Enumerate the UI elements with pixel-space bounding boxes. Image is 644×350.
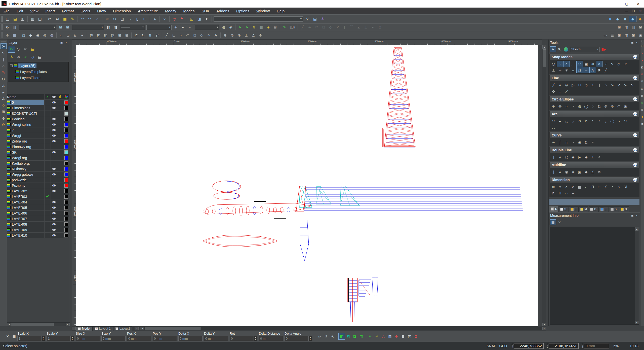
field-input[interactable]: 0 mm: [204, 336, 228, 341]
tool-icon[interactable]: ∠: [589, 82, 596, 88]
scroll-up-icon[interactable]: ▴: [635, 227, 638, 231]
section-header[interactable]: Multiline▲▲: [549, 162, 639, 168]
spin-up-icon[interactable]: ▲: [42, 336, 45, 338]
layer-pick-icon[interactable]: ◧: [105, 24, 112, 30]
print-icon[interactable]: ▥: [29, 16, 36, 22]
snap-angle-icon[interactable]: ∠: [250, 32, 257, 38]
fill-mode4-icon[interactable]: ◫: [358, 333, 365, 340]
layer-check-cell[interactable]: [45, 205, 51, 210]
field-input[interactable]: 0: [285, 336, 309, 341]
tool-icon[interactable]: ≈: [589, 139, 596, 145]
layer-color-cell[interactable]: [63, 150, 70, 155]
layer-combo[interactable]: ▼: [72, 25, 104, 30]
drawing-area[interactable]: [76, 45, 538, 326]
tool-icon[interactable]: ✕: [596, 61, 602, 67]
pick-point-icon[interactable]: ↖: [329, 333, 336, 340]
table-icon[interactable]: ▦: [258, 24, 265, 30]
rect-tool-icon[interactable]: □: [191, 32, 198, 38]
image-edit-icon[interactable]: ◨: [195, 16, 203, 22]
tool-icon[interactable]: ∠: [563, 184, 570, 190]
shaded-icon[interactable]: ◆: [27, 32, 34, 38]
tool-icon[interactable]: ⊨: [570, 190, 576, 196]
layer-color-cell[interactable]: [63, 166, 70, 171]
fill-mode-icon[interactable]: ◧: [338, 333, 345, 340]
toolbar-drag-handle[interactable]: [2, 333, 4, 339]
array-icon[interactable]: ⊞: [1, 109, 7, 115]
layer-visibility-cell[interactable]: [51, 188, 57, 194]
column-visibility-header[interactable]: [51, 94, 57, 99]
tool-icon[interactable]: ʃ: [557, 139, 563, 145]
tool-icon[interactable]: ◠: [622, 118, 629, 124]
tool-icon[interactable]: Λ: [589, 67, 596, 73]
layer-stack-icon[interactable]: ▤: [29, 46, 36, 53]
tool-icon[interactable]: ◑: [616, 118, 622, 124]
x-coordinate-field[interactable]: 2248,733862: [514, 343, 544, 349]
parallel-tool-icon[interactable]: ∥: [1, 56, 7, 62]
layer-check-cell[interactable]: [45, 211, 51, 216]
layer-report-icon[interactable]: ▤: [36, 54, 43, 60]
attach-icon[interactable]: ⊕: [251, 24, 258, 30]
field-input[interactable]: 0 mm: [101, 336, 126, 341]
layer-lock-cell[interactable]: [57, 138, 63, 144]
column-check-header[interactable]: ✔: [45, 94, 51, 99]
layer-visibility-cell[interactable]: [51, 183, 57, 188]
spin-down-icon[interactable]: ▼: [42, 338, 45, 341]
tool-icon[interactable]: ◬: [570, 67, 576, 73]
field-spinner[interactable]: ▲▼: [254, 336, 257, 341]
palette-tab-6[interactable]: S.: [609, 206, 619, 212]
draft-render-icon[interactable]: ◍: [48, 32, 55, 38]
detach-icon[interactable]: ⊟: [272, 24, 279, 30]
tool-icon[interactable]: ◟: [602, 118, 609, 124]
ghost-spline-icon[interactable]: ≈: [369, 24, 376, 30]
tool-icon[interactable]: ➛: [557, 61, 563, 67]
layer-visibility-cell[interactable]: [51, 150, 57, 155]
layer-lock-cell[interactable]: [57, 155, 63, 160]
layer-lock-cell[interactable]: [57, 116, 63, 122]
section-header[interactable]: Snap Modes▲▲: [549, 54, 639, 60]
pick-style-icon[interactable]: ⊡: [57, 24, 64, 30]
rs-diamond-icon[interactable]: ◆: [640, 114, 644, 119]
layer-visibility-cell[interactable]: [51, 138, 57, 144]
inspector-close-icon[interactable]: ✕: [4, 333, 11, 340]
layer-color-cell[interactable]: [63, 100, 70, 105]
collapse-chevron-icon[interactable]: ▲▲: [633, 163, 637, 167]
view-nw-icon[interactable]: ◰: [95, 32, 102, 38]
layer-lock-cell[interactable]: [57, 150, 63, 155]
tool-icon[interactable]: Ω: [596, 103, 602, 109]
tool-icon[interactable]: ∥: [550, 169, 557, 175]
layer-filter-icon[interactable]: ▽: [15, 46, 22, 53]
tool-icon[interactable]: ▷: [570, 82, 576, 88]
y-coordinate-field[interactable]: 2106,167461: [549, 343, 579, 349]
render-book-icon[interactable]: ▤: [11, 24, 18, 30]
collapse-chevron-icon[interactable]: ▲▲: [633, 97, 637, 101]
layer-color-cell[interactable]: [63, 233, 70, 238]
tool-icon[interactable]: ↗: [616, 82, 622, 88]
menu-options[interactable]: Options: [233, 8, 253, 14]
copy-icon[interactable]: ⧉: [54, 16, 61, 22]
layer-visibility-cell[interactable]: [51, 144, 57, 149]
lineweight-combo[interactable]: ▼: [146, 25, 172, 30]
tool-icon[interactable]: ⇱: [550, 190, 557, 196]
style-combo[interactable]: ▼: [19, 25, 56, 30]
tool-icon[interactable]: ⊕: [589, 61, 596, 67]
tool-icon[interactable]: ≋: [596, 169, 602, 175]
tool-icon[interactable]: ◉: [622, 103, 629, 109]
layer-check-cell[interactable]: [45, 161, 51, 166]
tool-icon[interactable]: ◔: [570, 103, 576, 109]
rs-swap-icon[interactable]: ◩: [640, 65, 644, 70]
rs-target-icon[interactable]: ◎: [640, 100, 644, 105]
insert-block-icon[interactable]: ➤: [244, 24, 251, 30]
sheet-tab-layout1[interactable]: 1Layout 1: [93, 326, 113, 331]
layer-visibility-cell[interactable]: [51, 111, 57, 116]
layer-row[interactable]: $CONSTRUCTI: [7, 111, 70, 116]
tool-icon[interactable]: ✛: [550, 88, 557, 94]
scroll-left-icon[interactable]: ◂: [7, 323, 11, 326]
tool-icon[interactable]: ◠: [576, 61, 583, 67]
layer-delete-icon[interactable]: ✖: [15, 54, 22, 60]
snap-center-icon[interactable]: ⊕: [222, 32, 229, 38]
undo-icon[interactable]: ↶: [78, 16, 86, 22]
spin-up-icon[interactable]: ▲: [254, 336, 257, 338]
tool-icon[interactable]: ◯: [583, 103, 589, 109]
close-icon[interactable]: ✕: [635, 214, 639, 217]
tool-icon[interactable]: ○: [563, 103, 570, 109]
